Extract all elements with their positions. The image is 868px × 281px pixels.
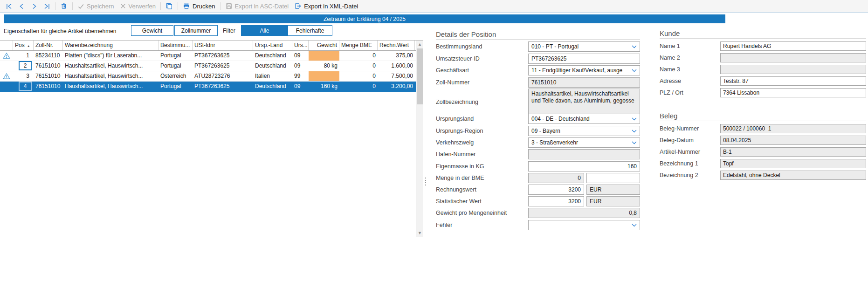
verkehrszweig-select[interactable]: 3 - Straßenverkehr: [528, 137, 640, 148]
header-ustidnr[interactable]: USt-Idnr: [193, 41, 253, 50]
main-toolbar: Speichern Verwerfen Drucken Export: [0, 0, 868, 13]
waren-cell[interactable]: Platten ("discs") für Laserabn...: [63, 51, 158, 61]
ursprungs-region-select[interactable]: 09 - Bayern: [528, 126, 640, 136]
discard-button[interactable]: Verwerfen: [117, 1, 159, 12]
bestimmung-cell[interactable]: Österreich: [158, 71, 193, 81]
selected-value: 11 - Endgültiger Kauf/Verkauf, ausge: [531, 67, 622, 74]
toolbar-separator: [72, 2, 73, 10]
header-pos[interactable]: Pos▲: [13, 41, 34, 50]
ursregion-cell[interactable]: 99: [292, 71, 309, 81]
bestimmungsland-select[interactable]: 010 - PT - Portugal: [528, 41, 640, 52]
header-gewicht[interactable]: Gewicht: [309, 41, 339, 50]
nav-last-button[interactable]: [41, 1, 53, 12]
header-bestimmungsland[interactable]: Bestimmu...: [158, 41, 193, 50]
toolbar-separator: [160, 2, 161, 10]
filter-tab-alle[interactable]: Alle: [241, 25, 288, 36]
geschaeftsart-select[interactable]: 11 - Endgültiger Kauf/Verkauf, ausge: [528, 65, 640, 75]
eigenmasse-input[interactable]: 160: [528, 161, 640, 171]
table-row-selected[interactable]: 4 76151010 Haushaltsartikel, Hauswirtsch…: [0, 82, 423, 92]
field-label: Gewicht pro Mengeneinheit: [436, 210, 528, 216]
scroll-up-icon[interactable]: ▲: [416, 41, 423, 48]
filter-tab-fehlerhafte[interactable]: Fehlerhafte: [288, 25, 332, 36]
menge-bme-cell[interactable]: 0: [339, 82, 378, 91]
save-button[interactable]: Speichern: [75, 1, 117, 12]
menge-bme-cell[interactable]: 0: [339, 51, 378, 61]
rechnwert-cell[interactable]: 375,00: [378, 51, 415, 61]
gewicht-cell-missing[interactable]: [309, 71, 339, 81]
panel-splitter[interactable]: [425, 178, 426, 185]
apply-gewicht-button[interactable]: Gewicht: [131, 25, 173, 36]
gewicht-cell[interactable]: 160 kg: [309, 82, 339, 91]
name1-input[interactable]: Rupert Handels AG: [720, 41, 866, 51]
ursregion-cell[interactable]: 09: [292, 61, 309, 71]
gewicht-cell[interactable]: 80 kg: [309, 61, 339, 71]
bestimmung-cell[interactable]: Portugal: [158, 82, 193, 91]
waren-cell[interactable]: Haushaltsartikel, Hauswirtsch...: [63, 61, 158, 71]
adresse-input[interactable]: Teststr. 87: [720, 76, 866, 86]
waren-cell[interactable]: Haushaltsartikel, Hauswirtsch...: [63, 71, 158, 81]
zollnr-cell[interactable]: 76151010: [34, 71, 63, 81]
ursprungsland-select[interactable]: 004 - DE - Deutschland: [528, 114, 640, 124]
waren-cell[interactable]: Haushaltsartikel, Hauswirtsch...: [63, 82, 158, 91]
ursregion-cell[interactable]: 09: [292, 82, 309, 91]
zollnr-cell[interactable]: 85234110: [34, 51, 63, 61]
table-row[interactable]: 3 76151010 Haushaltsartikel, Hauswirtsch…: [0, 71, 423, 82]
delete-button[interactable]: [57, 1, 70, 12]
rechnwert-cell[interactable]: 3.200,00: [378, 82, 415, 91]
header-warenbezeichnung[interactable]: Warenbezeichnung: [63, 41, 158, 50]
nav-first-button[interactable]: [3, 1, 15, 12]
pos-cell[interactable]: 3: [13, 71, 34, 81]
ursregion-cell[interactable]: 09: [292, 51, 309, 61]
ustid-cell[interactable]: ATU28723276: [193, 71, 253, 81]
ustid-cell[interactable]: PT367263625: [193, 51, 253, 61]
statistischer-wert-input[interactable]: 3200: [528, 196, 584, 206]
export-xml-button[interactable]: Export in XML-Datei: [291, 1, 361, 12]
urspland-cell[interactable]: Deutschland: [253, 51, 292, 61]
bestimmung-cell[interactable]: Portugal: [158, 61, 193, 71]
header-menge-bme[interactable]: Menge BME: [339, 41, 378, 50]
plz-ort-input[interactable]: 7364 Lissabon: [720, 88, 866, 97]
menge-bme-unit-input[interactable]: [586, 173, 640, 183]
pos-cell-focused[interactable]: 2: [13, 61, 34, 71]
ustid-cell[interactable]: PT367263625: [193, 82, 253, 91]
zollnr-cell[interactable]: 76151010: [34, 82, 63, 91]
nav-prev-button[interactable]: [15, 1, 28, 12]
pos-cell-focused[interactable]: 4: [13, 82, 34, 91]
zollnr-cell[interactable]: 76151010: [34, 61, 63, 71]
fehler-select[interactable]: [528, 220, 640, 230]
header-rechnwert[interactable]: Rechn.Wert: [378, 41, 415, 50]
ustid-cell[interactable]: PT367263625: [193, 61, 253, 71]
bestimmung-cell[interactable]: Portugal: [158, 51, 193, 61]
table-header-row: Pos▲ Zoll-Nr. Warenbezeichnung Bestimmu.…: [0, 41, 423, 51]
table-row[interactable]: 1 85234110 Platten ("discs") für Laserab…: [0, 51, 423, 61]
header-ursprungsland[interactable]: Ursp.-Land: [253, 41, 292, 50]
field-ursprungs-region: Ursprungs-Region 09 - Bayern: [436, 126, 640, 136]
table-scrollbar[interactable]: ▲ ▼: [416, 41, 423, 237]
scroll-down-icon[interactable]: ▼: [416, 230, 423, 237]
table-row[interactable]: 2 76151010 Haushaltsartikel, Hauswirtsch…: [0, 61, 423, 71]
menge-bme-cell[interactable]: 0: [339, 61, 378, 71]
pos-cell[interactable]: 1: [13, 51, 34, 61]
rechnwert-cell[interactable]: 1.600,00: [378, 61, 415, 71]
urspland-cell[interactable]: Deutschland: [253, 61, 292, 71]
zollbezeichnung-field: Haushaltsartikel, Hauswirtschaftsartikel…: [528, 89, 640, 116]
gewicht-cell-missing[interactable]: [309, 51, 339, 61]
menge-bme-cell[interactable]: 0: [339, 71, 378, 81]
nav-next-button[interactable]: [28, 1, 41, 12]
urspland-cell[interactable]: Italien: [253, 71, 292, 81]
apply-zollnummer-button[interactable]: Zollnummer: [174, 25, 218, 36]
row-warning-cell: [0, 71, 13, 81]
field-fehler: Fehler: [436, 220, 640, 230]
urspland-cell[interactable]: Deutschland: [253, 82, 292, 91]
rechnwert-cell[interactable]: 7.500,00: [378, 71, 415, 81]
scrollbar-thumb[interactable]: [417, 48, 423, 104]
umsatzsteuer-id-input[interactable]: PT367263625: [528, 54, 640, 64]
header-ursprungsregion[interactable]: Urs....: [292, 41, 309, 50]
rechnungswert-input[interactable]: 3200: [528, 185, 584, 195]
export-asc-button[interactable]: Export in ASC-Datei: [222, 1, 292, 12]
header-zollnr[interactable]: Zoll-Nr.: [34, 41, 63, 50]
sort-asc-icon: ▲: [27, 44, 30, 48]
duplicate-button[interactable]: [163, 1, 176, 12]
field-label: Bestimmungsland: [436, 43, 528, 50]
print-button[interactable]: Drucken: [180, 1, 218, 12]
